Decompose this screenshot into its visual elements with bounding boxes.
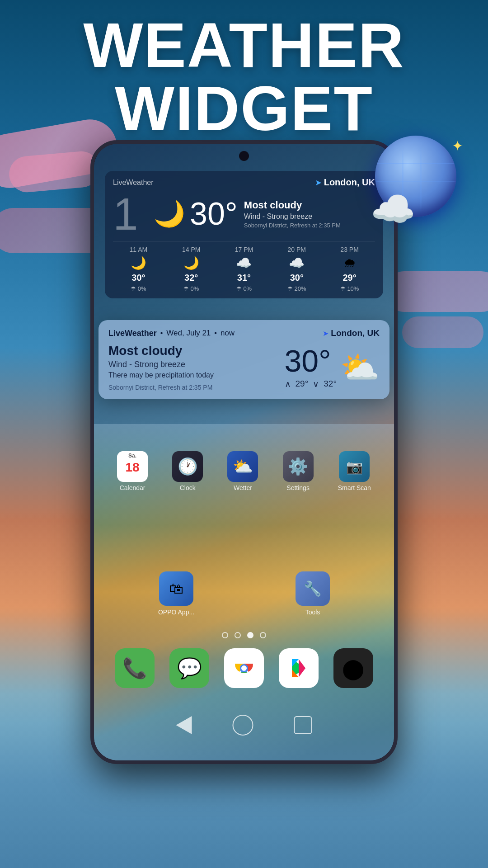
phone-dock-area: Sa. 18 Calendar 🕐 Clock ⛅ Wetter ⚙️ Sett… <box>105 451 383 491</box>
notif-footer: Sobornyi District, Refresh at 2:35 PM <box>108 384 285 391</box>
notif-separator-2: • <box>214 329 217 337</box>
hourly-temp-4: 29° <box>343 273 356 283</box>
notif-date: Wed, July 21 <box>166 329 211 338</box>
dock-label-smartscan: Smart Scan <box>338 484 371 491</box>
calendar-icon-bg[interactable]: Sa. 18 <box>117 451 148 482</box>
nav-back-button[interactable] <box>176 716 192 734</box>
hourly-precip-1: ☂ 0% <box>183 285 199 292</box>
app-icon-messages[interactable]: 💬 <box>169 648 209 688</box>
dock-label-calendar: Calendar <box>120 484 145 491</box>
dock-label-settings: Settings <box>286 484 310 491</box>
camera-notch <box>239 151 249 161</box>
smartscan-icon-bg[interactable]: 📷 <box>339 451 370 482</box>
hourly-forecast-row: 11 AM 🌙 30° ☂ 0% 14 PM 🌙 32° ☂ 0% 17 PM … <box>113 246 375 292</box>
notif-temp-down-icon: ∨ <box>313 379 319 389</box>
dock-label-wetter: Wetter <box>234 484 252 491</box>
hourly-item-1: 14 PM 🌙 32° ☂ 0% <box>166 246 217 292</box>
hourly-item-3: 20 PM ☁️ 30° ☂ 20% <box>271 246 322 292</box>
page-dot-0 <box>222 632 228 638</box>
page-dot-3 <box>260 632 266 638</box>
oppo-app-item-0[interactable]: 🛍 OPPO App... <box>158 571 194 616</box>
notif-temp-up-icon: ∧ <box>285 379 291 389</box>
dock-item-smartscan[interactable]: 📷 Smart Scan <box>338 451 371 491</box>
bottom-apps-row: 📞 💬 <box>108 648 380 688</box>
nav-home-button[interactable] <box>233 715 253 736</box>
title-area: WEATHER WIDGET <box>0 14 488 140</box>
notif-wind: Wind - Strong breeze <box>108 360 285 369</box>
calendar-date: 18 <box>126 461 140 474</box>
widget-location-text: London, UK <box>324 177 375 188</box>
hourly-temp-3: 30° <box>290 273 304 283</box>
hourly-icon-4: 🌧 <box>343 255 356 270</box>
main-weather-icon: 🌙 <box>154 199 185 229</box>
widget-header-row: LiveWeather ➤ London, UK <box>113 177 375 188</box>
hourly-precip-0: ☂ 0% <box>131 285 146 292</box>
main-temperature: 30° <box>190 198 238 230</box>
hourly-icon-2: ☁️ <box>236 255 252 270</box>
page-dot-1 <box>235 632 241 638</box>
dock-item-calendar[interactable]: Sa. 18 Calendar <box>117 451 148 491</box>
main-wind: Wind - Strong breeze <box>244 212 341 221</box>
notif-location-arrow: ➤ <box>323 329 328 338</box>
app-icon-chrome[interactable] <box>224 648 264 688</box>
main-weather-widget[interactable]: LiveWeather ➤ London, UK 1 🌙 30° Most cl… <box>105 171 383 298</box>
notif-time: now <box>221 329 235 338</box>
dock-item-clock[interactable]: 🕐 Clock <box>172 451 203 491</box>
app-icon-phone[interactable]: 📞 <box>115 648 155 688</box>
hourly-icon-3: ☁️ <box>289 255 305 270</box>
deco-cloud-4 <box>384 271 488 312</box>
dock-item-wetter[interactable]: ⛅ Wetter <box>227 451 258 491</box>
main-location-sub: Sobornyi District, Refresh at 2:35 PM <box>244 222 341 229</box>
hourly-temp-2: 31° <box>237 273 251 283</box>
notif-location-text: London, UK <box>331 328 380 338</box>
notif-right-content: 30° ∧ 29° ∨ 32° ⛅ <box>285 345 380 389</box>
settings-icon-bg[interactable]: ⚙️ <box>283 451 314 482</box>
oppo-app-icon-1[interactable]: 🔧 <box>296 571 330 606</box>
nav-recents-button[interactable] <box>294 716 312 734</box>
deco-cloud-5 <box>402 316 483 348</box>
svg-marker-7 <box>299 659 305 677</box>
notif-temp-range: ∧ 29° ∨ 32° <box>285 379 337 389</box>
app-icon-play[interactable] <box>279 648 319 688</box>
svg-point-3 <box>241 665 247 671</box>
oppo-app-label-0: OPPO App... <box>158 609 194 616</box>
location-arrow-icon: ➤ <box>315 178 322 188</box>
hourly-precip-3: ☂ 20% <box>287 285 306 292</box>
bottom-nav-bar <box>176 715 312 736</box>
notif-app-name: LiveWeather <box>108 329 157 338</box>
widget-app-name: LiveWeather <box>113 179 154 187</box>
oppo-app-label-1: Tools <box>305 609 320 616</box>
hourly-time-0: 11 AM <box>130 246 148 253</box>
hourly-temp-1: 32° <box>184 273 198 283</box>
clock-icon-bg[interactable]: 🕐 <box>172 451 203 482</box>
notification-widget[interactable]: LiveWeather • Wed, July 21 • now ➤ Londo… <box>99 320 389 399</box>
title-line1: WEATHER <box>0 14 488 77</box>
main-condition: Most cloudy <box>244 199 341 211</box>
wetter-icon-bg[interactable]: ⛅ <box>227 451 258 482</box>
oppo-app-item-1[interactable]: 🔧 Tools <box>296 571 330 616</box>
phone-screen: LiveWeather ➤ London, UK 1 🌙 30° Most cl… <box>94 144 394 760</box>
page-dot-2 <box>247 632 253 638</box>
hourly-item-2: 17 PM ☁️ 31° ☂ 0% <box>219 246 270 292</box>
hourly-time-3: 20 PM <box>288 246 306 253</box>
calendar-header: Sa. <box>117 451 148 460</box>
notif-left-content: Most cloudy Wind - Strong breeze There m… <box>108 344 285 391</box>
notif-condition: Most cloudy <box>108 344 285 358</box>
dock-item-settings[interactable]: ⚙️ Settings <box>283 451 314 491</box>
hourly-item-4: 23 PM 🌧 29° ☂ 10% <box>324 246 375 292</box>
page-indicator-dots <box>222 632 266 638</box>
sun-partly-cloudy-icon: ⛅ <box>340 349 380 386</box>
notif-location: ➤ London, UK <box>323 328 380 338</box>
widget-divider <box>113 241 375 241</box>
date-number: 1 <box>113 191 149 236</box>
oppo-app-icon-0[interactable]: 🛍 <box>159 571 193 606</box>
phone-mockup: LiveWeather ➤ London, UK 1 🌙 30° Most cl… <box>90 140 398 764</box>
widget-location-block: ➤ London, UK <box>315 177 375 188</box>
notif-right-temps: 30° ∧ 29° ∨ 32° <box>285 345 337 389</box>
hourly-time-2: 17 PM <box>235 246 253 253</box>
title-line2: WIDGET <box>0 77 488 140</box>
app-icon-camera[interactable]: ⬤ <box>333 648 373 688</box>
widget-main-content: 1 🌙 30° Most cloudy Wind - Strong breeze… <box>113 191 375 236</box>
hourly-temp-0: 30° <box>131 273 145 283</box>
hourly-item-0: 11 AM 🌙 30° ☂ 0% <box>113 246 164 292</box>
